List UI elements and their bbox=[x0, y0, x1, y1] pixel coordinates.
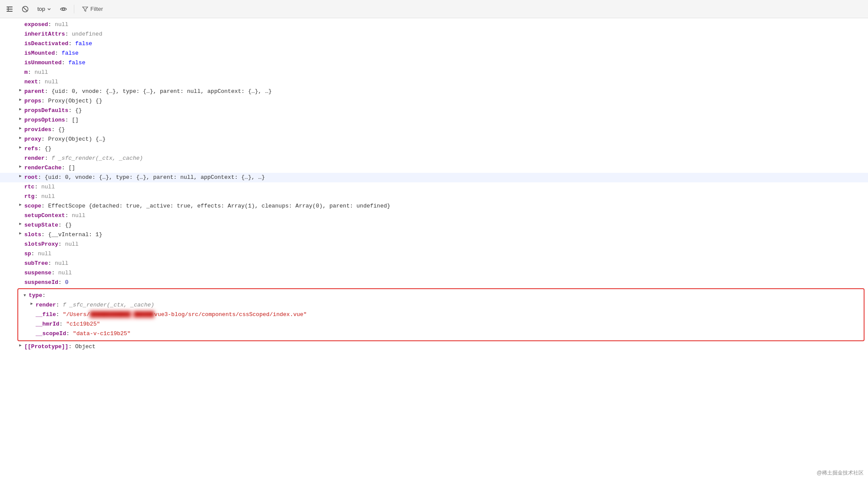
type-render-expand-arrow[interactable] bbox=[29, 301, 35, 307]
scope-expand-arrow[interactable] bbox=[17, 202, 23, 208]
line-proxy: proxy: Proxy(Object) {…} bbox=[0, 135, 868, 144]
line-scope: scope: EffectScope {detached: true, _act… bbox=[0, 201, 868, 211]
parent-expand-arrow[interactable] bbox=[17, 87, 23, 93]
line-root: root: {uid: 0, vnode: {…}, type: {…}, pa… bbox=[0, 173, 868, 182]
type-render-line: render: f _sfc_render(_ctx, _cache) bbox=[18, 300, 864, 310]
line-slots: slots: {__vInternal: 1} bbox=[0, 230, 868, 240]
line-rtc: rtc: null bbox=[0, 182, 868, 192]
type-file-line: __file: "/Users/████████████ ██████vue3-… bbox=[18, 310, 864, 320]
line-rendercache: renderCache: [] bbox=[0, 163, 868, 173]
line-props: props: Proxy(Object) {} bbox=[0, 96, 868, 106]
line-slotsproxy: slotsProxy: null bbox=[0, 240, 868, 249]
line-rtg: rtg: null bbox=[0, 192, 868, 201]
svg-rect-0 bbox=[7, 7, 13, 7]
line-ismounted: isMounted: false bbox=[0, 49, 868, 58]
prototype-expand-arrow[interactable] bbox=[17, 343, 23, 349]
filter-button[interactable]: Filter bbox=[79, 4, 106, 13]
line-parent: parent: {uid: 0, vnode: {…}, type: {…}, … bbox=[0, 87, 868, 96]
type-red-box: type: render: f _sfc_render(_ctx, _cache… bbox=[17, 288, 865, 341]
line-m: m: null bbox=[0, 68, 868, 77]
line-setupstate: setupState: {} bbox=[0, 221, 868, 230]
type-section-wrapper: type: render: f _sfc_render(_ctx, _cache… bbox=[0, 288, 868, 341]
line-suspenseid: suspenseId: 0 bbox=[0, 278, 868, 287]
propsdefaults-expand-arrow[interactable] bbox=[17, 106, 23, 112]
type-header-line: type: bbox=[18, 291, 864, 300]
proxy-expand-arrow[interactable] bbox=[17, 135, 23, 141]
line-propsoptions: propsOptions: [] bbox=[0, 115, 868, 125]
provides-expand-arrow[interactable] bbox=[17, 125, 23, 132]
type-hmrid-line: __hmrId: "c1c19b25" bbox=[18, 320, 864, 329]
line-next: next: null bbox=[0, 77, 868, 87]
propsoptions-expand-arrow[interactable] bbox=[17, 116, 23, 122]
filter-label: Filter bbox=[90, 6, 103, 12]
setupstate-expand-arrow[interactable] bbox=[17, 221, 23, 227]
line-render: render: f _sfc_render(_ctx, _cache) bbox=[0, 154, 868, 163]
svg-rect-1 bbox=[7, 9, 13, 10]
rendercache-expand-arrow[interactable] bbox=[17, 164, 23, 170]
svg-point-6 bbox=[63, 8, 65, 10]
line-setupcontext: setupContext: null bbox=[0, 211, 868, 221]
context-menu-button[interactable] bbox=[3, 3, 16, 15]
watermark: @稀土掘金技术社区 bbox=[817, 469, 864, 477]
toolbar: top Filter bbox=[0, 0, 868, 18]
line-propsdefaults: propsDefaults: {} bbox=[0, 106, 868, 115]
line-subtree: subTree: null bbox=[0, 259, 868, 268]
svg-rect-2 bbox=[7, 11, 13, 12]
props-expand-arrow[interactable] bbox=[17, 97, 23, 103]
line-prototype: [[Prototype]]: Object bbox=[0, 342, 868, 352]
slots-expand-arrow[interactable] bbox=[17, 231, 23, 237]
line-inheritattrs: inheritAttrs: undefined bbox=[0, 30, 868, 39]
context-dropdown[interactable]: top bbox=[35, 4, 54, 13]
line-sp: sp: null bbox=[0, 249, 868, 259]
type-scopeid-line: __scopeId: "data-v-c1c19b25" bbox=[18, 329, 864, 339]
console-content: exposed: null inheritAttrs: undefined is… bbox=[0, 18, 868, 481]
toolbar-divider bbox=[74, 5, 74, 13]
line-isdeactivated: isDeactivated: false bbox=[0, 39, 868, 49]
root-expand-arrow[interactable] bbox=[17, 173, 23, 179]
line-suspense: suspense: null bbox=[0, 268, 868, 278]
svg-line-5 bbox=[23, 7, 27, 11]
line-provides: provides: {} bbox=[0, 125, 868, 135]
line-refs: refs: {} bbox=[0, 144, 868, 154]
dropdown-label: top bbox=[37, 6, 45, 12]
eye-button[interactable] bbox=[57, 3, 70, 15]
type-expand-arrow[interactable] bbox=[22, 293, 28, 299]
line-isunmounted: isUnmounted: false bbox=[0, 58, 868, 68]
block-button[interactable] bbox=[19, 3, 31, 15]
refs-expand-arrow[interactable] bbox=[17, 145, 23, 151]
line-exposed: exposed: null bbox=[0, 20, 868, 30]
